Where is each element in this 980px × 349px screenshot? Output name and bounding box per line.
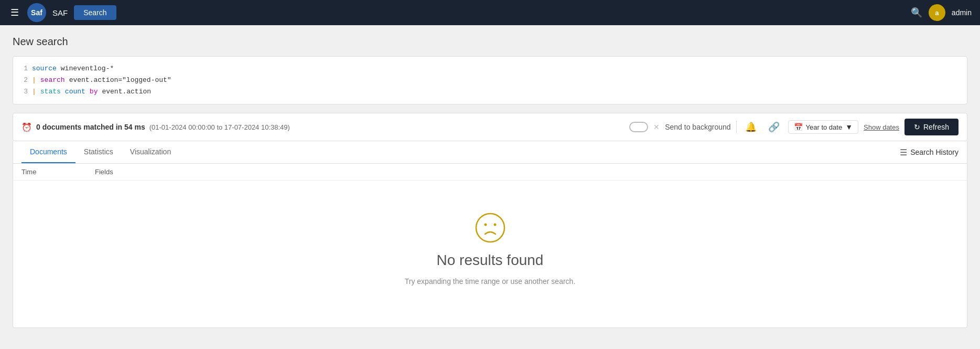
page-title: New search — [13, 36, 967, 48]
date-selector-label: Year to date — [806, 123, 843, 131]
search-history-label: Search History — [910, 148, 959, 156]
refresh-button[interactable]: ↻ Refresh — [904, 119, 959, 135]
query-editor[interactable]: 1 source wineventlog-* 2 | search event.… — [13, 56, 967, 104]
refresh-icon: ↻ — [914, 123, 920, 131]
svg-point-0 — [476, 214, 504, 242]
app-name: SAF — [52, 8, 68, 17]
no-results-title: No results found — [437, 252, 544, 269]
results-count: 0 documents matched in 54 ms — [36, 123, 145, 131]
results-info: ⏰ 0 documents matched in 54 ms (01-01-20… — [21, 122, 623, 132]
kw-search: search — [40, 75, 65, 86]
no-results-panel: No results found Try expanding the time … — [13, 181, 967, 327]
toggle-close-icon[interactable]: ✕ — [653, 123, 660, 131]
send-to-background-label: Send to background — [665, 123, 730, 131]
results-bar: ⏰ 0 documents matched in 54 ms (01-01-20… — [13, 113, 967, 141]
kw-count: count — [65, 86, 85, 98]
query-search-value: event.action="logged-out" — [69, 75, 171, 86]
tab-statistics[interactable]: Statistics — [76, 141, 122, 163]
svg-point-2 — [493, 224, 496, 226]
tab-documents[interactable]: Documents — [21, 141, 76, 163]
kw-stats: stats — [40, 86, 61, 98]
vertical-divider — [736, 121, 737, 133]
pipe-2: | — [32, 75, 36, 86]
line-num-1: 1 — [21, 63, 28, 75]
col-time-header: Time — [21, 168, 95, 176]
search-button[interactable]: Search — [74, 5, 116, 20]
bell-icon[interactable]: 🔔 — [742, 120, 760, 134]
results-date-range: (01-01-2024 00:00:00 to 17-07-2024 10:38… — [149, 123, 290, 131]
table-header: Time Fields — [13, 164, 967, 181]
search-history-button[interactable]: ☰ Search History — [900, 143, 959, 162]
chevron-down-icon: ▼ — [845, 123, 853, 131]
clock-icon: ⏰ — [21, 122, 32, 132]
query-stats-value: event.action — [102, 86, 151, 98]
tabs-area: Documents Statistics Visualization ☰ Sea… — [13, 141, 967, 328]
line-num-3: 3 — [21, 86, 28, 98]
app-header: ☰ Saf SAF Search 🔍 a admin — [0, 0, 980, 25]
search-icon[interactable]: 🔍 — [911, 7, 922, 18]
show-dates-button[interactable]: Show dates — [864, 123, 899, 131]
svg-point-1 — [484, 224, 487, 226]
tabs-header: Documents Statistics Visualization ☰ Sea… — [13, 141, 967, 164]
query-source-value: wineventlog-* — [61, 63, 114, 75]
results-controls: ✕ Send to background 🔔 🔗 📅 Year to date … — [629, 119, 959, 135]
calendar-icon: 📅 — [794, 123, 803, 131]
tab-visualization[interactable]: Visualization — [122, 141, 179, 163]
line-num-2: 2 — [21, 75, 28, 86]
no-results-hint: Try expanding the time range or use anot… — [405, 277, 576, 285]
avatar: a — [929, 4, 945, 21]
app-logo: Saf — [27, 3, 46, 22]
kw-source: source — [32, 63, 57, 75]
kw-by: by — [90, 86, 98, 98]
query-line-3: 3 | stats count by event.action — [21, 86, 959, 98]
background-toggle[interactable] — [629, 122, 648, 132]
list-icon: ☰ — [900, 147, 907, 157]
query-line-2: 2 | search event.action="logged-out" — [21, 75, 959, 86]
sad-face-icon — [475, 212, 506, 244]
hamburger-icon[interactable]: ☰ — [8, 5, 21, 20]
pipe-3: | — [32, 86, 36, 98]
username: admin — [952, 8, 972, 17]
page-content: New search 1 source wineventlog-* 2 | se… — [0, 25, 980, 349]
date-selector[interactable]: 📅 Year to date ▼ — [788, 120, 859, 134]
link-icon[interactable]: 🔗 — [765, 120, 783, 134]
logo-text: Saf — [31, 8, 42, 17]
col-fields-header: Fields — [95, 168, 113, 176]
query-line-1: 1 source wineventlog-* — [21, 63, 959, 75]
